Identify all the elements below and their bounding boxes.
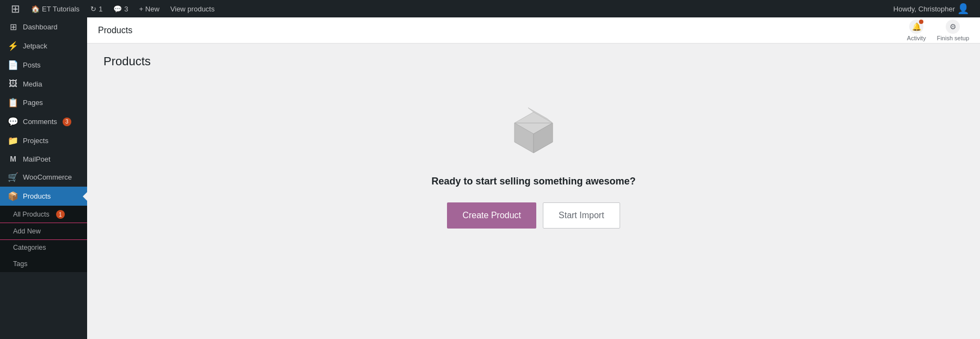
comments-badge: 3: [63, 118, 71, 126]
tags-label: Tags: [13, 260, 27, 268]
sidebar-item-dashboard[interactable]: ⊞ Dashboard: [0, 17, 87, 36]
finish-setup-icon: ⚙: [946, 20, 960, 34]
sidebar-item-woocommerce[interactable]: 🛒 WooCommerce: [0, 168, 87, 187]
sidebar-item-products[interactable]: 📦 Products: [0, 187, 87, 206]
view-products-label: View products: [170, 5, 215, 13]
view-products-item[interactable]: View products: [165, 0, 220, 17]
products-submenu: All Products 1 Add New Categories Tags: [0, 206, 87, 272]
comments-sidebar-icon: 💬: [8, 116, 19, 127]
home-icon: 🏠: [31, 5, 40, 13]
start-import-button[interactable]: Start Import: [543, 202, 620, 229]
empty-state-buttons: Create Product Start Import: [447, 202, 620, 229]
sidebar-item-woocommerce-label: WooCommerce: [23, 173, 72, 181]
sidebar-item-projects[interactable]: 📁 Projects: [0, 131, 87, 150]
wp-logo-item[interactable]: ⊞: [5, 0, 26, 17]
updates-count: 1: [99, 5, 102, 13]
site-name-item[interactable]: 🏠 ET Tutorials: [26, 0, 85, 17]
activity-button[interactable]: 🔔 Activity: [907, 20, 926, 41]
products-arrow: [83, 192, 87, 201]
updates-item[interactable]: ↻ 1: [85, 0, 108, 17]
posts-icon: 📄: [8, 60, 19, 70]
sidebar-item-posts-label: Posts: [23, 61, 41, 69]
new-item[interactable]: + New: [134, 0, 165, 17]
sidebar-item-categories[interactable]: Categories: [0, 239, 87, 256]
sidebar-item-jetpack-label: Jetpack: [23, 42, 47, 50]
sidebar-item-all-products[interactable]: All Products 1: [0, 206, 87, 223]
wp-logo-icon: ⊞: [11, 2, 20, 15]
new-label: + New: [139, 5, 160, 13]
comments-count: 3: [124, 5, 128, 13]
sidebar-item-add-new[interactable]: Add New: [0, 223, 87, 239]
content-header: Products 🔔 Activity ⚙ Finish setup: [87, 17, 980, 44]
user-greeting-text: Howdy, Christopher: [893, 5, 955, 13]
media-icon: 🖼: [8, 79, 19, 89]
empty-state: Ready to start selling something awesome…: [103, 85, 964, 250]
activity-notification-dot: [919, 20, 923, 24]
site-name-label: ET Tutorials: [42, 5, 79, 13]
sidebar-item-comments[interactable]: 💬 Comments 3: [0, 112, 87, 131]
user-greeting-item[interactable]: Howdy, Christopher 👤: [888, 3, 975, 15]
header-actions: 🔔 Activity ⚙ Finish setup: [907, 20, 969, 41]
activity-icon: 🔔: [909, 20, 923, 34]
comments-icon: 💬: [113, 5, 122, 13]
woocommerce-icon: 🛒: [8, 172, 19, 182]
box-icon-container: [506, 107, 561, 163]
projects-icon: 📁: [8, 135, 19, 146]
content-area: Products 🔔 Activity ⚙ Finish setup Produ…: [87, 17, 980, 339]
categories-label: Categories: [13, 244, 46, 251]
content-header-title: Products: [98, 26, 132, 35]
box-icon: [506, 107, 561, 161]
empty-state-prompt: Ready to start selling something awesome…: [431, 176, 635, 187]
sidebar-item-pages-label: Pages: [23, 98, 43, 107]
all-products-badge: 1: [56, 210, 65, 219]
all-products-label: All Products: [13, 211, 50, 218]
products-icon: 📦: [8, 191, 19, 201]
admin-bar: ⊞ 🏠 ET Tutorials ↻ 1 💬 3 + New View prod…: [0, 0, 980, 17]
finish-setup-label: Finish setup: [937, 35, 969, 41]
sidebar-item-products-label: Products: [23, 192, 51, 200]
sidebar-item-media-label: Media: [23, 80, 42, 88]
jetpack-icon: ⚡: [8, 41, 19, 51]
mailpoet-icon: M: [8, 155, 19, 163]
comments-item[interactable]: 💬 3: [108, 0, 133, 17]
sidebar-item-projects-label: Projects: [23, 137, 48, 145]
create-product-button[interactable]: Create Product: [447, 202, 536, 229]
sidebar-item-media[interactable]: 🖼 Media: [0, 75, 87, 93]
sidebar-item-pages[interactable]: 📋 Pages: [0, 93, 87, 112]
sidebar-item-comments-label: Comments: [23, 118, 57, 126]
finish-setup-button[interactable]: ⚙ Finish setup: [937, 20, 969, 41]
add-new-label: Add New: [13, 227, 41, 235]
sidebar-item-jetpack[interactable]: ⚡ Jetpack: [0, 36, 87, 56]
activity-label: Activity: [907, 35, 926, 41]
sidebar-item-posts[interactable]: 📄 Posts: [0, 56, 87, 75]
page-title: Products: [103, 54, 964, 69]
main-layout: ⊞ Dashboard ⚡ Jetpack 📄 Posts 🖼 Media 📋 …: [0, 17, 980, 339]
sidebar-item-mailpoet-label: MailPoet: [23, 155, 51, 163]
main-content: Products: [87, 44, 980, 339]
sidebar: ⊞ Dashboard ⚡ Jetpack 📄 Posts 🖼 Media 📋 …: [0, 17, 87, 339]
user-avatar-icon: 👤: [957, 3, 969, 15]
pages-icon: 📋: [8, 97, 19, 108]
sidebar-item-mailpoet[interactable]: M MailPoet: [0, 150, 87, 168]
dashboard-icon: ⊞: [8, 22, 19, 32]
sidebar-item-tags[interactable]: Tags: [0, 256, 87, 272]
sidebar-item-dashboard-label: Dashboard: [23, 23, 58, 31]
updates-icon: ↻: [90, 5, 96, 13]
